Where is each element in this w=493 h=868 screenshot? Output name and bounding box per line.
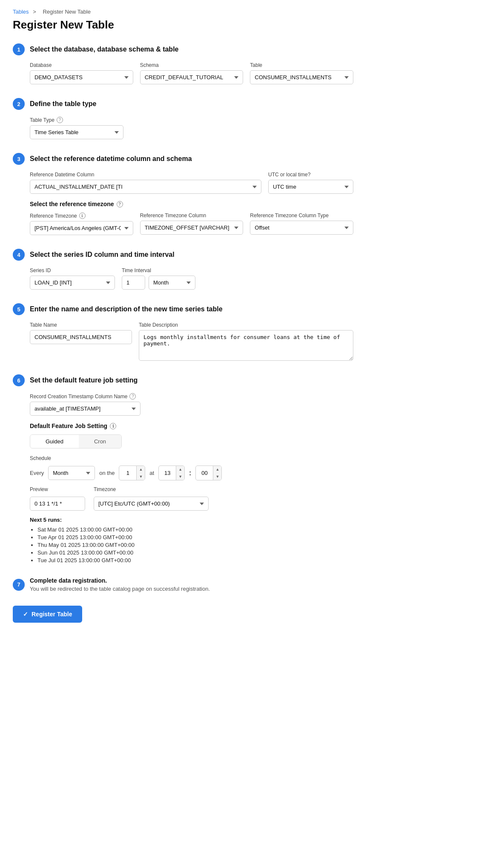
schema-field: Schema CREDIT_DEFAULT_TUTORIAL bbox=[140, 62, 244, 84]
ref-tz-col-type-field: Reference Timezone Column Type Offset bbox=[250, 213, 353, 235]
list-item: Tue Jul 01 2025 13:00:00 GMT+00:00 bbox=[37, 557, 353, 563]
record-ts-help-icon[interactable]: ? bbox=[129, 393, 136, 400]
hour-input[interactable] bbox=[159, 467, 176, 479]
database-select[interactable]: DEMO_DATASETS bbox=[30, 70, 133, 84]
time-interval-number-input[interactable] bbox=[122, 276, 145, 290]
default-job-help-icon[interactable]: ℹ bbox=[110, 423, 116, 429]
ref-timezone-field: Reference Timezone ℹ [PST] America/Los A… bbox=[30, 213, 133, 235]
on-the-label: on the bbox=[99, 470, 115, 476]
schema-select[interactable]: CREDIT_DEFAULT_TUTORIAL bbox=[140, 70, 244, 84]
preview-input[interactable] bbox=[30, 497, 85, 511]
step-circle-1: 1 bbox=[13, 43, 25, 55]
table-type-field: Table Type ? Time Series Table bbox=[30, 117, 123, 139]
step-circle-7: 7 bbox=[13, 579, 25, 591]
schedule-row: Every Month on the ▲ ▼ at ▲ ▼ : bbox=[30, 466, 353, 480]
guided-toggle-btn[interactable]: Guided bbox=[30, 435, 79, 448]
list-item: Thu May 01 2025 13:00:00 GMT+00:00 bbox=[37, 542, 353, 548]
step-5-title: Enter the name and description of the ne… bbox=[30, 305, 223, 313]
section-step-4: 4 Select the series ID column and time i… bbox=[13, 249, 353, 290]
minute-spinner: ▲ ▼ bbox=[195, 466, 222, 480]
ref-tz-col-type-label: Reference Timezone Column Type bbox=[250, 213, 353, 218]
section-step-6: 6 Set the default feature job setting Re… bbox=[13, 374, 353, 563]
day-down-btn[interactable]: ▼ bbox=[137, 473, 145, 480]
ref-datetime-select[interactable]: ACTUAL_INSTALLMENT_DATE [TI bbox=[30, 180, 261, 194]
section-step-7: 7 Complete data registration. You will b… bbox=[13, 577, 353, 592]
next-runs-title: Next 5 runs: bbox=[30, 517, 353, 523]
step-7-title: Complete data registration. bbox=[30, 577, 210, 584]
list-item: Sun Jun 01 2025 13:00:00 GMT+00:00 bbox=[37, 549, 353, 556]
ref-tz-col-type-select[interactable]: Offset bbox=[250, 221, 353, 235]
day-spinner: ▲ ▼ bbox=[119, 466, 145, 480]
table-type-label: Table Type ? bbox=[30, 117, 123, 123]
minute-down-btn[interactable]: ▼ bbox=[213, 473, 221, 480]
cron-toggle-btn[interactable]: Cron bbox=[79, 435, 121, 448]
breadcrumb-separator: > bbox=[33, 9, 36, 15]
timezone-select[interactable]: [UTC] Etc/UTC (GMT+00:00) bbox=[94, 497, 209, 511]
step-6-title: Set the default feature job setting bbox=[30, 377, 138, 384]
page-title: Register New Table bbox=[13, 18, 353, 32]
database-field: Database DEMO_DATASETS bbox=[30, 62, 133, 84]
job-toggle-group: Guided Cron bbox=[30, 434, 122, 448]
ref-timezone-help-icon[interactable]: ? bbox=[117, 201, 123, 207]
utc-field: UTC or local time? UTC time bbox=[268, 172, 353, 194]
time-interval-unit-select[interactable]: Month bbox=[149, 276, 195, 290]
ref-tz-col-select[interactable]: TIMEZONE_OFFSET [VARCHAR] bbox=[140, 221, 244, 235]
ref-timezone-label: Reference Timezone ℹ bbox=[30, 213, 133, 219]
default-job-subtitle: Default Feature Job Setting ℹ bbox=[30, 423, 353, 429]
next-runs-list: Sat Mar 01 2025 13:00:00 GMT+00:00 Tue A… bbox=[30, 526, 353, 563]
utc-select[interactable]: UTC time bbox=[268, 180, 353, 194]
series-id-label: Series ID bbox=[30, 267, 115, 273]
ref-timezone-subtitle: Select the reference timezone ? bbox=[30, 201, 353, 207]
table-name-input[interactable] bbox=[30, 330, 132, 344]
ref-timezone-select[interactable]: [PST] America/Los Angeles (GMT-08: bbox=[30, 221, 133, 235]
record-ts-label: Record Creation Timestamp Column Name ? bbox=[30, 393, 140, 400]
minute-up-btn[interactable]: ▲ bbox=[213, 466, 221, 473]
timezone-label: Timezone bbox=[94, 486, 209, 492]
table-desc-textarea[interactable] bbox=[139, 330, 353, 361]
table-type-help-icon[interactable]: ? bbox=[57, 117, 63, 123]
hour-down-btn[interactable]: ▼ bbox=[176, 473, 184, 480]
database-label: Database bbox=[30, 62, 133, 68]
time-interval-label: Time Interval bbox=[122, 267, 207, 273]
at-label: at bbox=[149, 470, 154, 476]
step-circle-4: 4 bbox=[13, 249, 25, 261]
schema-label: Schema bbox=[140, 62, 244, 68]
table-select[interactable]: CONSUMER_INSTALLMENTS bbox=[250, 70, 353, 84]
table-name-field: Table Name bbox=[30, 322, 132, 361]
check-icon: ✓ bbox=[23, 611, 28, 618]
register-table-button[interactable]: ✓ Register Table bbox=[13, 606, 82, 623]
preview-timezone-row: Preview Timezone [UTC] Etc/UTC (GMT+00:0… bbox=[30, 486, 353, 511]
ref-tz-col-field: Reference Timezone Column TIMEZONE_OFFSE… bbox=[140, 213, 244, 235]
schedule-label: Schedule bbox=[30, 455, 353, 461]
step-4-title: Select the series ID column and time int… bbox=[30, 251, 175, 259]
ref-datetime-label: Reference Datetime Column bbox=[30, 172, 261, 178]
breadcrumb-parent[interactable]: Tables bbox=[13, 9, 29, 15]
section-step-3: 3 Select the reference datetime column a… bbox=[13, 153, 353, 235]
series-id-select[interactable]: LOAN_ID [INT] bbox=[30, 276, 115, 290]
timezone-col: Timezone [UTC] Etc/UTC (GMT+00:00) bbox=[94, 486, 209, 511]
day-input[interactable] bbox=[119, 467, 136, 479]
breadcrumb-current: Register New Table bbox=[43, 9, 90, 15]
step-circle-6: 6 bbox=[13, 374, 25, 386]
section-step-1: 1 Select the database, database schema &… bbox=[13, 43, 353, 84]
every-select[interactable]: Month bbox=[48, 466, 95, 480]
ref-timezone-label-help-icon[interactable]: ℹ bbox=[79, 213, 86, 219]
list-item: Tue Apr 01 2025 13:00:00 GMT+00:00 bbox=[37, 534, 353, 540]
day-up-btn[interactable]: ▲ bbox=[137, 466, 145, 473]
minute-input[interactable] bbox=[196, 467, 213, 479]
hour-up-btn[interactable]: ▲ bbox=[176, 466, 184, 473]
utc-label: UTC or local time? bbox=[268, 172, 353, 178]
preview-col: Preview bbox=[30, 486, 85, 511]
time-interval-field: Time Interval Month bbox=[122, 267, 207, 290]
time-colon: : bbox=[189, 469, 191, 477]
step-circle-2: 2 bbox=[13, 98, 25, 110]
breadcrumb: Tables > Register New Table bbox=[13, 9, 353, 15]
next-runs-section: Next 5 runs: Sat Mar 01 2025 13:00:00 GM… bbox=[30, 517, 353, 563]
record-ts-select[interactable]: available_at [TIMESTAMP] bbox=[30, 402, 140, 416]
series-id-field: Series ID LOAN_ID [INT] bbox=[30, 267, 115, 290]
table-desc-field: Table Description bbox=[139, 322, 353, 361]
step-1-title: Select the database, database schema & t… bbox=[30, 46, 178, 53]
table-label: Table bbox=[250, 62, 353, 68]
table-type-select[interactable]: Time Series Table bbox=[30, 125, 123, 139]
list-item: Sat Mar 01 2025 13:00:00 GMT+00:00 bbox=[37, 526, 353, 533]
